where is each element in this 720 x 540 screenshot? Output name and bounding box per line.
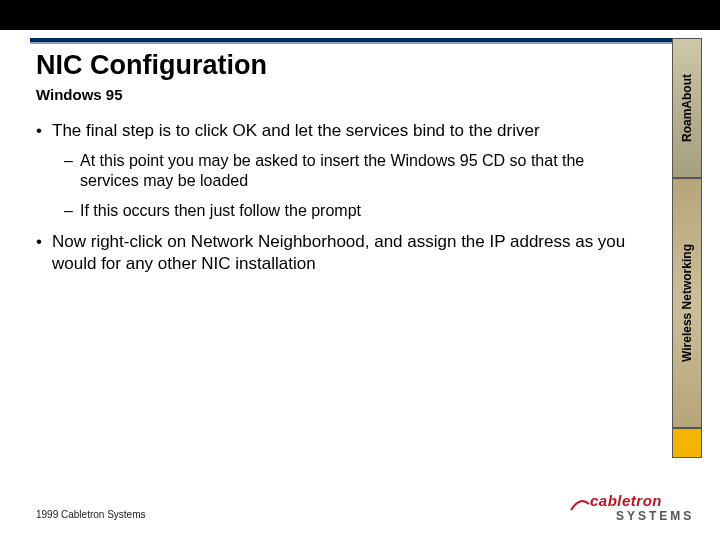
page-subtitle: Windows 95 [36, 86, 123, 103]
sidebar-label-top: RoamAbout [680, 74, 694, 142]
sidebar-label-mid: Wireless Networking [680, 244, 694, 362]
page-title: NIC Configuration [36, 50, 267, 81]
logo-word-systems: SYSTEMS [616, 509, 694, 523]
bullet-level2: At this point you may be asked to insert… [64, 151, 646, 191]
logo-word-cabletron: cabletron [590, 492, 662, 509]
right-sidebar: RoamAbout Wireless Networking [672, 38, 702, 458]
logo-swoosh-icon [570, 498, 590, 512]
header-rule-light [30, 42, 690, 44]
sidebar-segment-accent [672, 428, 702, 458]
top-black-bar [0, 0, 720, 30]
sidebar-segment-roamabout: RoamAbout [672, 38, 702, 178]
footer-copyright: 1999 Cabletron Systems [36, 509, 146, 520]
sidebar-segment-wireless: Wireless Networking [672, 178, 702, 428]
slide: NIC Configuration Windows 95 The final s… [0, 0, 720, 540]
bullet-level1: Now right-click on Network Neighborhood,… [36, 231, 646, 274]
bullet-level2: If this occurs then just follow the prom… [64, 201, 646, 221]
bullet-level1: The final step is to click OK and let th… [36, 120, 646, 141]
body-text: The final step is to click OK and let th… [36, 112, 646, 284]
cabletron-logo: cabletron SYSTEMS [570, 492, 690, 526]
